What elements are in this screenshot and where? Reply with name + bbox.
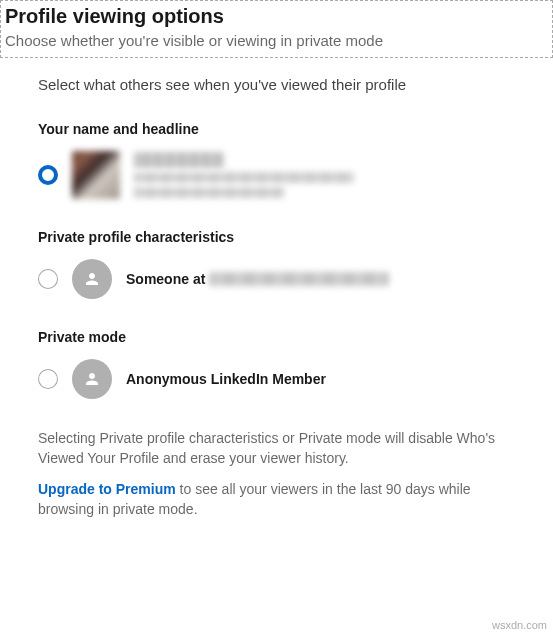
company-redacted — [209, 272, 389, 286]
premium-note: Upgrade to Premium to see all your viewe… — [38, 480, 515, 519]
option-private-row[interactable]: Anonymous LinkedIn Member — [38, 357, 515, 401]
option-private-label: Private mode — [38, 329, 515, 345]
settings-content: Select what others see when you've viewe… — [0, 58, 553, 519]
someone-prefix: Someone at — [126, 271, 205, 287]
user-avatar — [72, 151, 120, 199]
disable-warning-text: Selecting Private profile characteristic… — [38, 429, 515, 468]
user-headline-redacted — [134, 172, 354, 183]
user-name-redacted — [134, 152, 224, 168]
person-icon — [72, 259, 112, 299]
option-full-label: Your name and headline — [38, 121, 515, 137]
settings-header: Profile viewing options Choose whether y… — [0, 0, 553, 58]
option-semi-label: Private profile characteristics — [38, 229, 515, 245]
page-title: Profile viewing options — [5, 5, 548, 28]
person-icon — [72, 359, 112, 399]
option-full-row[interactable] — [38, 149, 515, 201]
option-private-mode: Private mode Anonymous LinkedIn Member — [38, 329, 515, 401]
watermark: wsxdn.com — [492, 619, 547, 631]
semi-private-text: Someone at — [126, 271, 389, 287]
radio-semi-private[interactable] — [38, 269, 58, 289]
option-semi-row[interactable]: Someone at — [38, 257, 515, 301]
instruction-text: Select what others see when you've viewe… — [38, 76, 515, 93]
radio-private-mode[interactable] — [38, 369, 58, 389]
option-full-profile: Your name and headline — [38, 121, 515, 201]
radio-full-profile[interactable] — [38, 165, 58, 185]
upgrade-premium-link[interactable]: Upgrade to Premium — [38, 481, 176, 497]
user-profile-info — [134, 152, 354, 198]
anonymous-text: Anonymous LinkedIn Member — [126, 371, 326, 387]
user-subline-redacted — [134, 187, 284, 198]
page-subtitle: Choose whether you're visible or viewing… — [5, 32, 548, 49]
option-semi-private: Private profile characteristics Someone … — [38, 229, 515, 301]
